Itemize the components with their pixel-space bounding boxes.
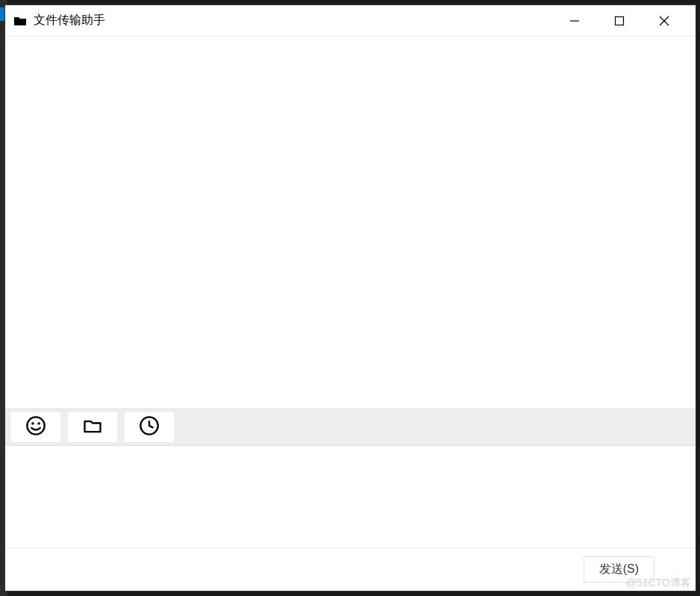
titlebar[interactable]: 文件传输助手 [5, 5, 696, 37]
maximize-button[interactable] [597, 5, 642, 37]
input-toolbar [5, 409, 696, 446]
file-button[interactable] [68, 412, 117, 442]
svg-rect-1 [616, 16, 624, 25]
svg-point-6 [37, 422, 40, 425]
smiley-icon [25, 415, 46, 439]
folder-outline-icon [82, 415, 103, 439]
chat-window: 文件传输助手 [4, 4, 696, 592]
chat-message-area[interactable] [5, 37, 696, 409]
window-controls [552, 5, 687, 36]
folder-icon [14, 16, 26, 26]
svg-point-4 [27, 417, 44, 434]
send-bar: 发送(S) [5, 547, 696, 591]
minimize-button[interactable] [552, 5, 597, 37]
close-button[interactable] [642, 5, 687, 37]
clock-icon [139, 415, 160, 439]
send-button[interactable]: 发送(S) [584, 556, 654, 583]
history-button[interactable] [125, 412, 174, 442]
svg-point-5 [31, 422, 34, 425]
emoji-button[interactable] [11, 412, 60, 442]
window-title: 文件传输助手 [34, 13, 105, 28]
message-input[interactable] [5, 446, 696, 547]
